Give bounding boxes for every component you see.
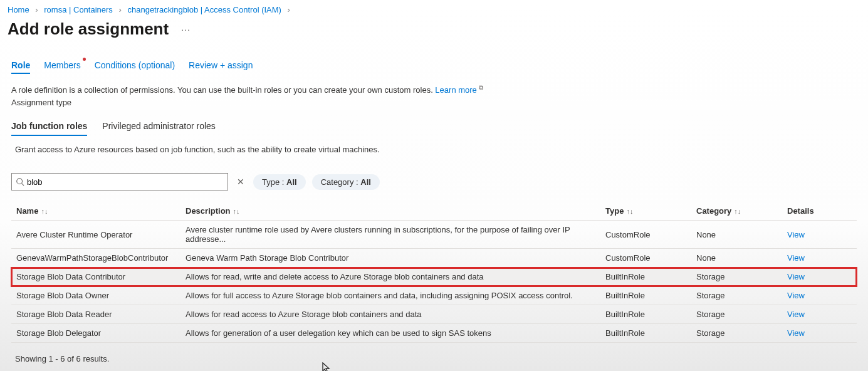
page-title: Add role assignment bbox=[8, 19, 169, 39]
breadcrumb-containers[interactable]: romsa | Containers bbox=[44, 5, 113, 14]
cell-type: CustomRole bbox=[605, 253, 696, 263]
view-link[interactable]: View bbox=[787, 253, 862, 263]
cell-description: Allows for generation of a user delegati… bbox=[186, 328, 605, 338]
cell-category: Storage bbox=[696, 310, 787, 319]
cell-description: Allows for read, write and delete access… bbox=[186, 272, 605, 281]
cell-name: GenevaWarmPathStorageBlobContributor bbox=[16, 253, 186, 263]
cell-type: BuiltInRole bbox=[605, 310, 696, 319]
cell-name: Avere Cluster Runtime Operator bbox=[16, 230, 186, 239]
col-type[interactable]: Type↑↓ bbox=[605, 206, 696, 216]
page-title-row: Add role assignment ··· bbox=[0, 17, 868, 48]
cell-name: Storage Blob Data Contributor bbox=[16, 272, 186, 281]
sort-icon: ↑↓ bbox=[233, 207, 240, 215]
cell-category: Storage bbox=[696, 328, 787, 338]
role-description-text: A role definition is a collection of per… bbox=[11, 85, 435, 95]
chevron-right-icon: › bbox=[288, 5, 290, 14]
filter-category-value: All bbox=[360, 177, 371, 187]
filter-category-label: Category : bbox=[321, 177, 361, 187]
attention-dot-icon bbox=[83, 58, 86, 61]
tab-review-assign[interactable]: Review + assign bbox=[189, 60, 253, 74]
cell-type: CustomRole bbox=[605, 230, 696, 239]
role-description: A role definition is a collection of per… bbox=[0, 74, 868, 110]
subtab-privileged-admin[interactable]: Privileged administrator roles bbox=[102, 121, 216, 136]
cell-description: Allows for full access to Azure Storage … bbox=[186, 291, 605, 300]
view-link[interactable]: View bbox=[787, 272, 862, 281]
breadcrumb-iam[interactable]: changetrackingblob | Access Control (IAM… bbox=[127, 5, 281, 14]
svg-line-1 bbox=[22, 184, 24, 186]
breadcrumb: Home › romsa | Containers › changetracki… bbox=[0, 0, 868, 17]
assignment-type-label: Assignment type bbox=[11, 97, 857, 109]
clear-search-button[interactable]: ✕ bbox=[234, 177, 247, 187]
table-header-row: Name↑↓ Description↑↓ Type↑↓ Category↑↓ D… bbox=[11, 202, 857, 221]
cell-description: Geneva Warm Path Storage Blob Contributo… bbox=[186, 253, 605, 263]
table-row[interactable]: Storage Blob Data ContributorAllows for … bbox=[11, 268, 857, 286]
role-type-tabs: Job function roles Privileged administra… bbox=[0, 110, 868, 136]
col-description[interactable]: Description↑↓ bbox=[186, 206, 605, 216]
tab-role[interactable]: Role bbox=[11, 60, 30, 74]
chevron-right-icon: › bbox=[119, 5, 122, 14]
sort-icon: ↑↓ bbox=[41, 207, 48, 215]
col-name[interactable]: Name↑↓ bbox=[16, 206, 186, 216]
cell-category: None bbox=[696, 253, 787, 263]
view-link[interactable]: View bbox=[787, 328, 862, 338]
search-icon bbox=[16, 177, 24, 186]
sort-icon: ↑↓ bbox=[734, 207, 741, 215]
view-link[interactable]: View bbox=[787, 310, 862, 319]
table-row[interactable]: Storage Blob Data OwnerAllows for full a… bbox=[11, 286, 857, 305]
filter-type-value: All bbox=[286, 177, 297, 187]
svg-point-0 bbox=[17, 179, 23, 184]
filter-type-pill[interactable]: Type : All bbox=[253, 174, 306, 190]
cell-category: Storage bbox=[696, 291, 787, 300]
cell-category: None bbox=[696, 230, 787, 239]
cell-description: Allows for read access to Azure Storage … bbox=[186, 310, 605, 319]
breadcrumb-home[interactable]: Home bbox=[8, 5, 29, 14]
sort-icon: ↑↓ bbox=[626, 207, 633, 215]
table-row[interactable]: Storage Blob DelegatorAllows for generat… bbox=[11, 324, 857, 343]
cell-description: Avere cluster runtime role used by Avere… bbox=[186, 225, 605, 244]
cell-name: Storage Blob Delegator bbox=[16, 328, 186, 338]
roles-table: Name↑↓ Description↑↓ Type↑↓ Category↑↓ D… bbox=[11, 202, 857, 343]
filter-type-label: Type : bbox=[262, 177, 286, 187]
cell-name: Storage Blob Data Owner bbox=[16, 291, 186, 300]
cell-type: BuiltInRole bbox=[605, 328, 696, 338]
col-details: Details bbox=[787, 206, 862, 216]
learn-more-link[interactable]: Learn more ⧉ bbox=[435, 85, 483, 95]
view-link[interactable]: View bbox=[787, 291, 862, 300]
view-link[interactable]: View bbox=[787, 230, 862, 239]
search-input-wrapper[interactable] bbox=[11, 173, 228, 191]
tab-members[interactable]: Members bbox=[44, 60, 80, 74]
filter-row: ✕ Type : All Category : All bbox=[0, 155, 868, 196]
cell-category: Storage bbox=[696, 272, 787, 281]
table-row[interactable]: GenevaWarmPathStorageBlobContributorGene… bbox=[11, 249, 857, 268]
subtab-description: Grant access to Azure resources based on… bbox=[0, 136, 868, 155]
table-row[interactable]: Storage Blob Data ReaderAllows for read … bbox=[11, 305, 857, 324]
cell-type: BuiltInRole bbox=[605, 272, 696, 281]
table-row[interactable]: Avere Cluster Runtime OperatorAvere clus… bbox=[11, 221, 857, 249]
subtab-job-function[interactable]: Job function roles bbox=[11, 121, 87, 136]
wizard-tabs: Role Members Conditions (optional) Revie… bbox=[0, 48, 868, 74]
cell-name: Storage Blob Data Reader bbox=[16, 310, 186, 319]
search-input[interactable] bbox=[24, 176, 224, 188]
more-actions-button[interactable]: ··· bbox=[181, 24, 191, 34]
external-link-icon: ⧉ bbox=[479, 84, 483, 91]
tab-conditions[interactable]: Conditions (optional) bbox=[95, 60, 175, 74]
col-category[interactable]: Category↑↓ bbox=[696, 206, 787, 216]
cell-type: BuiltInRole bbox=[605, 291, 696, 300]
filter-category-pill[interactable]: Category : All bbox=[312, 174, 380, 190]
tab-members-label: Members bbox=[44, 60, 80, 70]
results-count: Showing 1 - 6 of 6 results. bbox=[0, 343, 868, 371]
chevron-right-icon: › bbox=[35, 5, 38, 14]
